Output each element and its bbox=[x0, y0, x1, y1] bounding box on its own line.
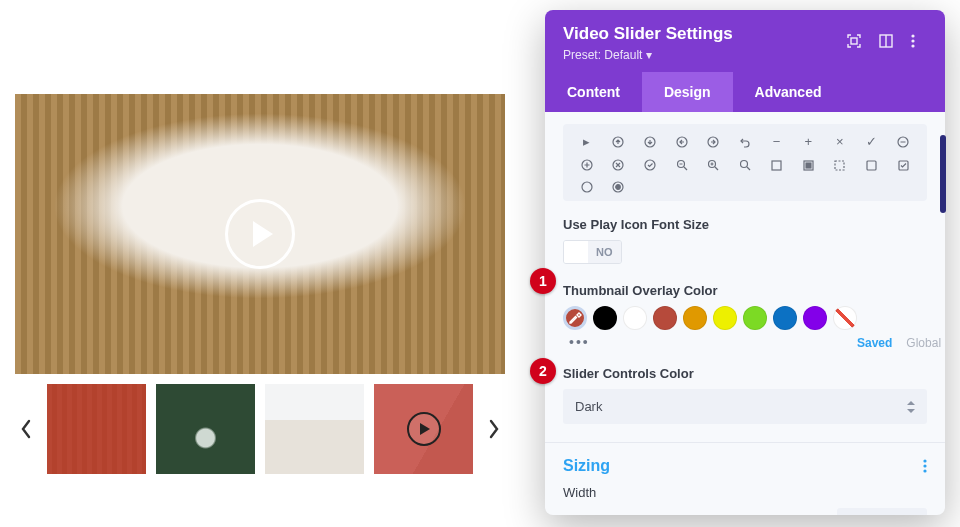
columns-icon[interactable] bbox=[879, 34, 893, 48]
play-icon[interactable] bbox=[225, 199, 295, 269]
video-main-frame[interactable] bbox=[15, 94, 505, 374]
plus-circle-icon[interactable] bbox=[575, 159, 599, 171]
arrow-left-circle-icon[interactable] bbox=[670, 134, 694, 149]
tab-advanced[interactable]: Advanced bbox=[733, 72, 844, 112]
tab-content[interactable]: Content bbox=[545, 72, 642, 112]
callout-1: 1 bbox=[530, 268, 556, 294]
svg-point-4 bbox=[911, 39, 914, 42]
svg-point-34 bbox=[616, 185, 621, 190]
square-filled-icon[interactable] bbox=[796, 159, 820, 171]
zoom-in-icon[interactable] bbox=[702, 159, 726, 171]
thumbnail-play-icon bbox=[374, 384, 473, 474]
radio-empty-icon[interactable] bbox=[575, 181, 599, 193]
swatch-orange[interactable] bbox=[683, 306, 707, 330]
swatch-white[interactable] bbox=[623, 306, 647, 330]
width-slider[interactable] bbox=[563, 513, 823, 515]
svg-rect-28 bbox=[806, 163, 811, 168]
swatch-more-icon[interactable]: ••• bbox=[563, 334, 857, 350]
slider-controls-select[interactable]: Dark bbox=[563, 389, 927, 424]
width-input[interactable]: auto bbox=[837, 508, 927, 515]
eyedropper-swatch[interactable] bbox=[563, 306, 587, 330]
thumbnail-3[interactable] bbox=[265, 384, 364, 474]
svg-rect-26 bbox=[772, 161, 781, 170]
check-icon[interactable]: ✓ bbox=[860, 134, 884, 149]
tab-design[interactable]: Design bbox=[642, 72, 733, 112]
use-play-icon-toggle[interactable]: NO bbox=[563, 240, 622, 264]
kebab-icon[interactable] bbox=[911, 34, 915, 48]
zoom-out-icon[interactable] bbox=[670, 159, 694, 171]
thumbnail-1[interactable] bbox=[47, 384, 146, 474]
svg-point-16 bbox=[645, 160, 655, 170]
section-menu-icon[interactable] bbox=[923, 459, 927, 473]
svg-point-3 bbox=[911, 34, 914, 37]
x-icon[interactable]: × bbox=[828, 134, 852, 149]
use-play-icon-label: Use Play Icon Font Size bbox=[563, 217, 927, 232]
palette-global[interactable]: Global bbox=[906, 336, 941, 350]
swatch-brick[interactable] bbox=[653, 306, 677, 330]
svg-point-36 bbox=[923, 459, 926, 462]
check-circle-icon[interactable] bbox=[638, 159, 662, 171]
palette-tabs: Saved Global Recent bbox=[857, 336, 945, 350]
play-icon[interactable]: ▸ bbox=[575, 134, 599, 149]
tabs: Content Design Advanced bbox=[545, 72, 945, 112]
thumbnail-overlay-label: Thumbnail Overlay Color bbox=[563, 283, 927, 298]
swatch-purple[interactable] bbox=[803, 306, 827, 330]
thumbnail-strip bbox=[15, 384, 505, 474]
svg-line-21 bbox=[715, 167, 718, 170]
svg-rect-30 bbox=[867, 161, 876, 170]
svg-rect-29 bbox=[835, 161, 844, 170]
thumbnail-2[interactable] bbox=[156, 384, 255, 474]
slider-controls-label: Slider Controls Color bbox=[563, 366, 927, 381]
svg-point-5 bbox=[911, 44, 914, 47]
swatch-yellow[interactable] bbox=[713, 306, 737, 330]
checkbox-empty-icon[interactable] bbox=[860, 159, 884, 171]
panel-header: Video Slider Settings Preset: Default ▾ bbox=[545, 10, 945, 72]
icon-picker-toolbar: ▸ − + × ✓ bbox=[563, 124, 927, 201]
svg-rect-0 bbox=[851, 38, 857, 44]
swatch-green[interactable] bbox=[743, 306, 767, 330]
svg-point-32 bbox=[582, 182, 592, 192]
svg-point-24 bbox=[740, 161, 747, 168]
prev-arrow-icon[interactable] bbox=[15, 384, 37, 474]
sizing-heading[interactable]: Sizing bbox=[563, 457, 610, 475]
expand-frame-icon[interactable] bbox=[847, 34, 861, 48]
x-circle-icon[interactable] bbox=[607, 159, 631, 171]
square-dashed-icon[interactable] bbox=[828, 159, 852, 171]
swatch-blue[interactable] bbox=[773, 306, 797, 330]
svg-line-18 bbox=[684, 167, 687, 170]
overlay-color-swatches bbox=[563, 306, 857, 330]
arrow-right-circle-icon[interactable] bbox=[702, 134, 726, 149]
checkbox-checked-icon[interactable] bbox=[891, 159, 915, 171]
scrollbar-thumb[interactable] bbox=[940, 135, 946, 213]
next-arrow-icon[interactable] bbox=[483, 384, 505, 474]
search-icon[interactable] bbox=[733, 159, 757, 171]
palette-saved[interactable]: Saved bbox=[857, 336, 892, 350]
arrow-down-circle-icon[interactable] bbox=[638, 134, 662, 149]
arrow-up-circle-icon[interactable] bbox=[607, 134, 631, 149]
minus-icon[interactable]: − bbox=[765, 134, 789, 149]
video-slider-preview bbox=[15, 94, 505, 474]
swatch-black[interactable] bbox=[593, 306, 617, 330]
svg-line-25 bbox=[747, 167, 750, 170]
callout-2: 2 bbox=[530, 358, 556, 384]
swatch-none[interactable] bbox=[833, 306, 857, 330]
select-caret-icon bbox=[907, 401, 915, 413]
width-label: Width bbox=[563, 485, 927, 500]
svg-point-37 bbox=[923, 464, 926, 467]
plus-icon[interactable]: + bbox=[796, 134, 820, 149]
square-icon[interactable] bbox=[765, 159, 789, 171]
panel-scroll-area: ▸ − + × ✓ Use Play Icon Fo bbox=[545, 112, 945, 515]
undo-icon[interactable] bbox=[733, 134, 757, 149]
minus-circle-icon[interactable] bbox=[891, 134, 915, 149]
thumbnail-4[interactable] bbox=[374, 384, 473, 474]
svg-point-38 bbox=[923, 469, 926, 472]
preset-indicator[interactable]: Preset: Default ▾ bbox=[563, 48, 927, 62]
radio-filled-icon[interactable] bbox=[607, 181, 631, 193]
settings-panel: Video Slider Settings Preset: Default ▾ … bbox=[545, 10, 945, 515]
